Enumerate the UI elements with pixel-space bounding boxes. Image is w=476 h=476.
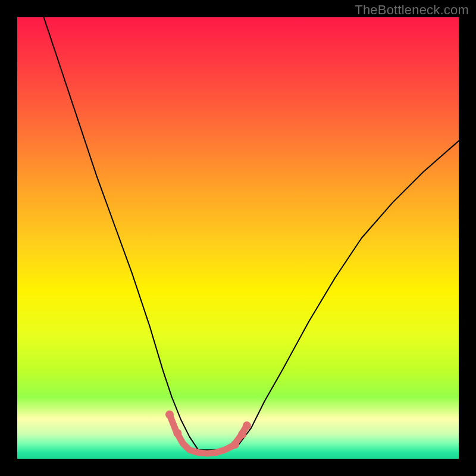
watermark-label: TheBottleneck.com xyxy=(355,2,469,18)
marker-dot xyxy=(238,430,246,438)
marker-dot xyxy=(165,411,174,419)
marker-dot xyxy=(231,440,239,449)
gradient-background xyxy=(17,17,459,459)
bottleneck-curve-chart xyxy=(17,17,459,459)
plot-area xyxy=(17,17,459,459)
marker-dot xyxy=(243,421,251,430)
marker-dot xyxy=(173,429,181,437)
chart-frame: TheBottleneck.com xyxy=(0,0,476,476)
